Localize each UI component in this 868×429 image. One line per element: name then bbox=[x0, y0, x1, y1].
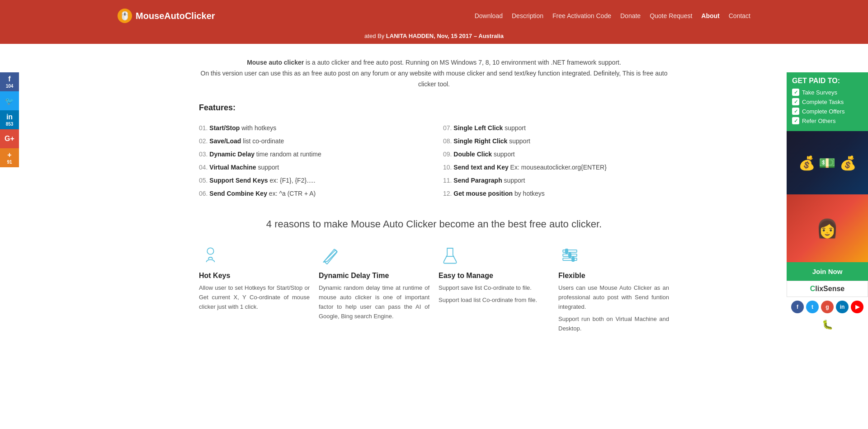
get-paid-title: GET PAID TO: bbox=[792, 77, 863, 85]
check-surveys bbox=[792, 89, 799, 96]
reason-item-0: Hot Keys Allow user to set Hotkeys for S… bbox=[199, 244, 310, 336]
twitter-button[interactable]: 🐦 bbox=[0, 91, 19, 110]
money-image: 💰 💵 💰 bbox=[787, 131, 868, 194]
feature-left-0: 01. Start/Stop with hotkeys bbox=[199, 122, 425, 135]
svg-point-0 bbox=[207, 248, 213, 254]
header-sub-author: LANITA HADDEN, Nov, 15 2017 – Australia bbox=[386, 33, 504, 39]
check-offers bbox=[792, 108, 799, 115]
svg-rect-10 bbox=[565, 249, 567, 253]
reason-desc-0: Allow user to set Hotkeys for Start/Stop… bbox=[199, 283, 310, 311]
nav-item-donate[interactable]: Donate bbox=[620, 12, 641, 19]
features-section: Features: 01. Start/Stop with hotkeys02.… bbox=[199, 103, 669, 200]
plus-icon: + bbox=[7, 151, 11, 159]
reason-item-2: Easy to Manage Support save list Co-ordi… bbox=[439, 244, 549, 336]
reason-item-1: Dynamic Delay Time Dynamic random delay … bbox=[319, 244, 429, 336]
feature-right-3: 10. Send text and Key Ex: mouseautoclick… bbox=[443, 161, 669, 174]
main-content: Mouse auto clicker is a auto clicker and… bbox=[163, 44, 705, 368]
nav-item-free-activation-code[interactable]: Free Activation Code bbox=[552, 12, 611, 19]
reason-desc-3: Users can use Mouse Auto Clicker as an p… bbox=[558, 283, 669, 333]
bottom-linkedin-icon[interactable]: in bbox=[836, 301, 849, 313]
woman-icon: 👩 bbox=[816, 218, 839, 239]
social-sidebar: f 104 🐦 in 853 G+ + 91 bbox=[0, 72, 19, 167]
reasons-section: 4 reasons to make Mouse Auto Clicker bec… bbox=[199, 218, 669, 336]
feature-right-4: 11. Send Paragraph support bbox=[443, 174, 669, 187]
bottom-facebook-icon[interactable]: f bbox=[791, 301, 804, 313]
check-refer bbox=[792, 117, 799, 124]
header-sub: ated By LANITA HADDEN, Nov, 15 2017 – Au… bbox=[0, 32, 868, 44]
feature-left-4: 05. Support Send Keys ex: {F1}, {F2}....… bbox=[199, 174, 425, 187]
reason-title-3: Flexible bbox=[558, 272, 669, 280]
twitter-icon: 🐦 bbox=[5, 97, 14, 105]
bottom-youtube-icon[interactable]: ▶ bbox=[851, 301, 863, 313]
header-sub-text: ated By bbox=[364, 33, 386, 39]
get-paid-item-refer: Refer Others bbox=[792, 117, 863, 124]
reason-item-3: Flexible Users can use Mouse Auto Clicke… bbox=[558, 244, 669, 336]
svg-rect-11 bbox=[568, 253, 571, 257]
tasks-label: Complete Tasks bbox=[802, 99, 844, 105]
intro-paragraph-1: Mouse auto clicker is a auto clicker and… bbox=[199, 57, 669, 68]
bottom-twitter-icon[interactable]: t bbox=[806, 301, 819, 313]
get-paid-item-tasks: Complete Tasks bbox=[792, 98, 863, 105]
clixsense-logo: ClixSense bbox=[787, 281, 868, 297]
intro-paragraph-2: On this version user can use this as an … bbox=[199, 68, 669, 90]
offers-label: Complete Offers bbox=[802, 108, 844, 115]
social-icons-bottom: f t g in ▶ bbox=[787, 297, 868, 317]
googleplus-button[interactable]: G+ bbox=[0, 129, 19, 148]
feature-left-3: 04. Virtual Machine support bbox=[199, 161, 425, 174]
logo-icon: 🖱️ bbox=[118, 9, 132, 23]
money-icon: 💰 💵 💰 bbox=[798, 155, 856, 171]
plus-count: 91 bbox=[7, 160, 12, 165]
plus-button[interactable]: + 91 bbox=[0, 148, 19, 167]
features-title: Features: bbox=[199, 103, 669, 113]
facebook-count: 104 bbox=[6, 84, 14, 89]
googleplus-icon: G+ bbox=[5, 135, 14, 143]
reason-title-2: Easy to Manage bbox=[439, 272, 549, 280]
features-grid: 01. Start/Stop with hotkeys02. Save/Load… bbox=[199, 122, 669, 200]
nav-item-description[interactable]: Description bbox=[512, 12, 543, 19]
reason-desc-2: Support save list Co-ordinate to file.Su… bbox=[439, 283, 549, 305]
bottom-googleplus-icon[interactable]: g bbox=[821, 301, 834, 313]
delay-icon bbox=[319, 244, 341, 266]
reasons-title: 4 reasons to make Mouse Auto Clicker bec… bbox=[199, 218, 669, 230]
feature-left-2: 03. Dynamic Delay time random at runtime bbox=[199, 148, 425, 161]
refer-label: Refer Others bbox=[802, 118, 835, 124]
get-paid-box: GET PAID TO: Take Surveys Complete Tasks… bbox=[787, 72, 868, 131]
linkedin-button[interactable]: in 853 bbox=[0, 110, 19, 129]
nav-item-download[interactable]: Download bbox=[475, 12, 503, 19]
reason-title-1: Dynamic Delay Time bbox=[319, 272, 429, 280]
feature-right-0: 07. Single Left Click support bbox=[443, 122, 669, 135]
manage-icon bbox=[439, 244, 461, 266]
woman-image: 👩 bbox=[787, 194, 868, 262]
logo-text: MouseAutoClicker bbox=[136, 11, 215, 21]
feature-left-5: 06. Send Combine Key ex: ^a (CTR + A) bbox=[199, 187, 425, 200]
features-right-column: 07. Single Left Click support08. Single … bbox=[443, 122, 669, 200]
logo[interactable]: 🖱️ MouseAutoClicker bbox=[118, 9, 215, 23]
header: 🖱️ MouseAutoClicker DownloadDescriptionF… bbox=[0, 0, 868, 32]
sense-text: Sense bbox=[823, 285, 844, 292]
feature-right-2: 09. Double Click support bbox=[443, 148, 669, 161]
nav-item-about[interactable]: About bbox=[701, 12, 719, 19]
feature-right-5: 12. Get mouse position by hotkeys bbox=[443, 187, 669, 200]
nav-item-contact[interactable]: Contact bbox=[729, 12, 750, 19]
intro-section: Mouse auto clicker is a auto clicker and… bbox=[199, 57, 669, 90]
hotkeys-icon bbox=[199, 244, 222, 266]
get-paid-item-offers: Complete Offers bbox=[792, 108, 863, 115]
svg-rect-12 bbox=[572, 257, 574, 261]
bug-icon-container: 🐛 bbox=[787, 317, 868, 332]
get-paid-item-surveys: Take Surveys bbox=[792, 89, 863, 96]
lix-text: lix bbox=[815, 285, 823, 292]
clix-text: C bbox=[810, 285, 816, 292]
facebook-button[interactable]: f 104 bbox=[0, 72, 19, 91]
nav-item-quote-request[interactable]: Quote Request bbox=[650, 12, 692, 19]
reasons-grid: Hot Keys Allow user to set Hotkeys for S… bbox=[199, 244, 669, 336]
linkedin-icon: in bbox=[6, 113, 13, 121]
intro-text-1: is a auto clicker and free auto post. Ru… bbox=[304, 59, 621, 66]
join-now-button[interactable]: Join Now bbox=[787, 262, 868, 281]
right-sidebar: GET PAID TO: Take Surveys Complete Tasks… bbox=[787, 72, 868, 332]
surveys-label: Take Surveys bbox=[802, 89, 837, 96]
bug-icon: 🐛 bbox=[822, 319, 833, 330]
features-left-column: 01. Start/Stop with hotkeys02. Save/Load… bbox=[199, 122, 425, 200]
feature-right-1: 08. Single Right Click support bbox=[443, 135, 669, 148]
flexible-icon bbox=[558, 244, 581, 266]
facebook-icon: f bbox=[8, 75, 10, 83]
